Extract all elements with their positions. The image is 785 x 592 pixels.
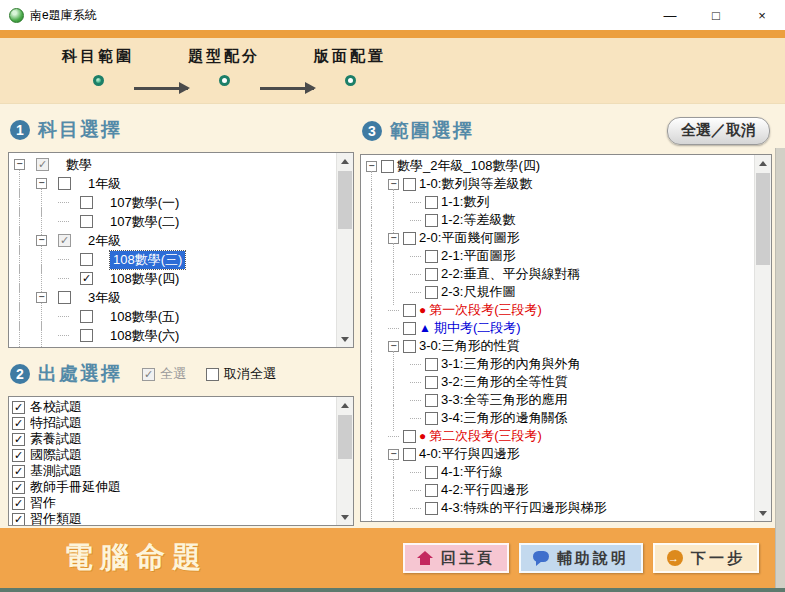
tree-row[interactable]: 108數學(六) [14,326,334,345]
scroll-down-button[interactable] [755,505,771,521]
tree-node-label[interactable]: 3-3:全等三角形的應用 [441,391,567,409]
collapse-icon[interactable]: − [388,233,399,244]
tree-checkbox[interactable] [80,215,93,228]
tree-checkbox[interactable]: ✓ [58,234,71,247]
tree-node-label[interactable]: 3-0:三角形的性質 [419,337,519,355]
item-checkbox[interactable]: ✓ [12,481,25,494]
tree-checkbox[interactable] [80,329,93,342]
wizard-step[interactable]: 版面配置 [314,47,386,103]
item-checkbox[interactable]: ✓ [12,401,25,414]
scroll-down-button[interactable] [337,331,353,347]
tree-row[interactable]: −1-0:數列與等差級數 [366,175,752,193]
collapse-icon[interactable]: − [388,179,399,190]
tree-node-label[interactable]: 2-3:尺規作圖 [441,283,515,301]
tree-checkbox[interactable] [403,430,416,443]
tree-checkbox[interactable] [80,310,93,323]
vertical-scrollbar[interactable] [754,155,771,521]
tree-checkbox[interactable] [425,394,438,407]
list-item[interactable]: ✓基測試題 [12,463,334,479]
collapse-icon[interactable]: − [388,341,399,352]
scroll-down-button[interactable] [337,509,353,525]
scroll-up-button[interactable] [337,153,353,169]
maximize-button[interactable]: □ [693,0,739,30]
item-checkbox[interactable]: ✓ [12,513,25,526]
tree-node-label[interactable]: 108數學(三) [110,251,185,269]
collapse-icon[interactable]: − [14,159,25,170]
collapse-icon[interactable]: − [36,292,47,303]
tree-checkbox[interactable] [425,250,438,263]
tree-row[interactable]: ✓108數學(四) [14,269,334,288]
tree-node-label[interactable]: 107數學(二) [110,213,179,231]
tree-checkbox[interactable] [58,291,71,304]
tree-checkbox[interactable] [403,304,416,317]
tree-node-label[interactable]: 3-2:三角形的全等性質 [441,373,567,391]
tree-row[interactable]: −1年級 [14,174,334,193]
tree-row[interactable]: +歷屆試題 [14,345,334,347]
tree-node-label[interactable]: 1年級 [88,175,121,193]
tree-row[interactable]: −4-0:平行與四邊形 [366,445,752,463]
tree-checkbox[interactable]: ✓ [80,272,93,285]
tree-row[interactable]: 4-3:特殊的平行四邊形與梯形 [366,499,752,517]
tree-node-label[interactable]: 數學_2年級_108數學(四) [397,157,540,175]
scroll-up-button[interactable] [337,397,353,413]
tree-row[interactable]: −3年級 [14,288,334,307]
tree-node-label[interactable]: 1-1:數列 [441,193,489,211]
tree-node-label[interactable]: 3-4:三角形的邊角關係 [441,409,567,427]
tree-checkbox[interactable] [425,214,438,227]
tree-node-label[interactable]: 歷屆試題 [66,346,118,348]
tree-row[interactable]: −數學_2年級_108數學(四) [366,157,752,175]
tree-checkbox[interactable] [80,253,93,266]
tree-checkbox[interactable] [403,232,416,245]
tree-row[interactable]: 108數學(三) [14,250,334,269]
item-checkbox[interactable]: ✓ [12,417,25,430]
tree-node-label[interactable]: 3年級 [88,289,121,307]
wizard-step[interactable]: 科目範圍 [62,47,134,103]
scrollbar-thumb[interactable] [338,415,352,459]
deselect-all-checkbox[interactable]: 取消全選 [206,365,276,383]
select-all-checkbox[interactable]: ✓ 全選 [142,365,186,383]
tree-checkbox[interactable] [403,340,416,353]
minimize-button[interactable]: — [647,0,693,30]
tree-row[interactable]: 4-1:平行線 [366,463,752,481]
tree-checkbox[interactable] [403,322,416,335]
tree-node-label[interactable]: 108數學(五) [110,308,179,326]
list-item[interactable]: ✓習作類題 [12,511,334,525]
tree-node-label[interactable]: 2-1:平面圖形 [441,247,515,265]
scroll-up-button[interactable] [755,155,771,171]
tree-checkbox[interactable]: ✓ [36,158,49,171]
tree-checkbox[interactable] [425,412,438,425]
tree-row[interactable]: −✓數學 [14,155,334,174]
tree-node-label[interactable]: 2-0:平面幾何圖形 [419,229,519,247]
tree-row[interactable]: ▲期中考(二段考) [366,319,752,337]
tree-checkbox[interactable] [80,196,93,209]
tree-node-label[interactable]: 第二次段考(三段考) [429,427,542,445]
tree-node-label[interactable]: 1-0:數列與等差級數 [419,175,532,193]
tree-row[interactable]: 107數學(一) [14,193,334,212]
list-item[interactable]: ✓國際試題 [12,447,334,463]
tree-row[interactable]: ●第一次段考(三段考) [366,301,752,319]
scrollbar-thumb[interactable] [756,173,770,265]
collapse-icon[interactable]: − [36,235,47,246]
tree-row[interactable]: −3-0:三角形的性質 [366,337,752,355]
tree-row[interactable]: 3-2:三角形的全等性質 [366,373,752,391]
checkbox-unchecked[interactable] [206,368,219,381]
tree-row[interactable]: 107數學(二) [14,212,334,231]
tree-checkbox[interactable] [425,466,438,479]
tree-checkbox[interactable] [403,178,416,191]
tree-node-label[interactable]: 4-3:特殊的平行四邊形與梯形 [441,499,606,517]
tree-node-label[interactable]: 1-2:等差級數 [441,211,515,229]
list-item[interactable]: ✓素養試題 [12,431,334,447]
item-checkbox[interactable]: ✓ [12,497,25,510]
tree-node-label[interactable]: 2-2:垂直、平分與線對稱 [441,265,580,283]
tree-node-label[interactable]: 107數學(一) [110,194,179,212]
tree-checkbox[interactable] [381,160,394,173]
wizard-step[interactable]: 題型配分 [188,47,260,103]
tree-row[interactable]: −2-0:平面幾何圖形 [366,229,752,247]
tree-row[interactable]: ●第二次段考(三段考) [366,427,752,445]
tree-node-label[interactable]: 3-1:三角形的內角與外角 [441,355,580,373]
tree-row[interactable]: 3-4:三角形的邊角關係 [366,409,752,427]
vertical-scrollbar[interactable] [336,153,353,347]
tree-checkbox[interactable] [425,376,438,389]
tree-row[interactable]: 2-3:尺規作圖 [366,283,752,301]
tree-node-label[interactable]: 第一次段考(三段考) [429,301,542,319]
